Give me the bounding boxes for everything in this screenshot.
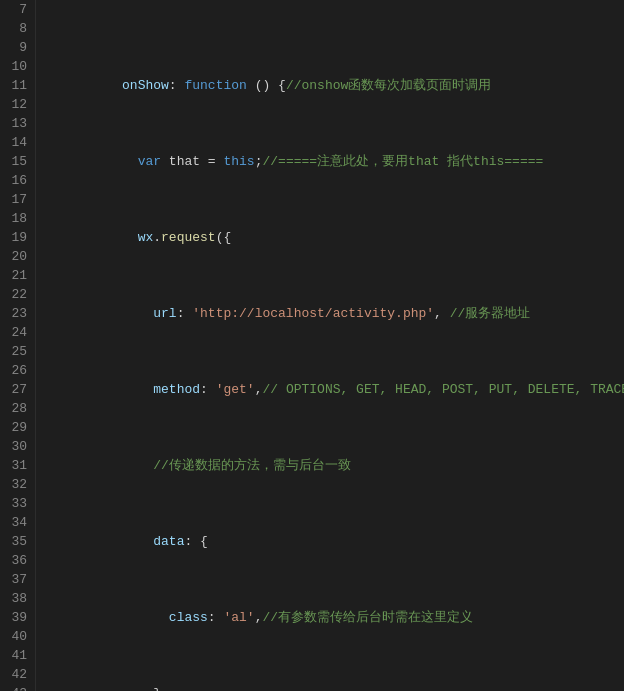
line-num-12: 12 <box>4 95 27 114</box>
line-num-25: 25 <box>4 342 27 361</box>
line-num-16: 16 <box>4 171 27 190</box>
line-num-27: 27 <box>4 380 27 399</box>
code-line-14: class: 'al',//有参数需传给后台时需在这里定义 <box>44 589 624 608</box>
line-num-30: 30 <box>4 437 27 456</box>
code-line-13: data: { <box>44 513 624 532</box>
line-num-14: 14 <box>4 133 27 152</box>
code-content: onShow: function () {//onshow函数每次加载页面时调用… <box>36 0 624 691</box>
line-num-41: 41 <box>4 646 27 665</box>
line-num-19: 19 <box>4 228 27 247</box>
line-num-33: 33 <box>4 494 27 513</box>
code-line-9: wx.request({ <box>44 209 624 228</box>
line-num-36: 36 <box>4 551 27 570</box>
code-line-7: onShow: function () {//onshow函数每次加载页面时调用 <box>44 57 624 76</box>
line-num-20: 20 <box>4 247 27 266</box>
line-number-gutter: 7 8 9 10 11 12 13 14 15 16 17 18 19 20 2… <box>0 0 36 691</box>
line-num-23: 23 <box>4 304 27 323</box>
line-num-29: 29 <box>4 418 27 437</box>
line-num-24: 24 <box>4 323 27 342</box>
line-num-10: 10 <box>4 57 27 76</box>
code-line-10: url: 'http://localhost/activity.php', //… <box>44 285 624 304</box>
line-num-7: 7 <box>4 0 27 19</box>
code-line-15: }, <box>44 665 624 684</box>
code-line-12: //传递数据的方法，需与后台一致 <box>44 437 624 456</box>
line-num-13: 13 <box>4 114 27 133</box>
line-num-28: 28 <box>4 399 27 418</box>
line-num-40: 40 <box>4 627 27 646</box>
line-num-17: 17 <box>4 190 27 209</box>
line-num-42: 42 <box>4 665 27 684</box>
line-num-39: 39 <box>4 608 27 627</box>
line-num-43: 43 <box>4 684 27 691</box>
line-num-18: 18 <box>4 209 27 228</box>
line-num-15: 15 <box>4 152 27 171</box>
line-num-38: 38 <box>4 589 27 608</box>
line-num-37: 37 <box>4 570 27 589</box>
line-num-22: 22 <box>4 285 27 304</box>
code-line-11: method: 'get',// OPTIONS, GET, HEAD, POS… <box>44 361 624 380</box>
line-num-35: 35 <box>4 532 27 551</box>
code-line-8: var that = this;//=====注意此处，要用that 指代thi… <box>44 133 624 152</box>
line-num-11: 11 <box>4 76 27 95</box>
line-num-8: 8 <box>4 19 27 38</box>
line-num-9: 9 <box>4 38 27 57</box>
line-num-34: 34 <box>4 513 27 532</box>
line-num-26: 26 <box>4 361 27 380</box>
line-num-21: 21 <box>4 266 27 285</box>
line-num-31: 31 <box>4 456 27 475</box>
code-editor: 7 8 9 10 11 12 13 14 15 16 17 18 19 20 2… <box>0 0 624 691</box>
line-num-32: 32 <box>4 475 27 494</box>
